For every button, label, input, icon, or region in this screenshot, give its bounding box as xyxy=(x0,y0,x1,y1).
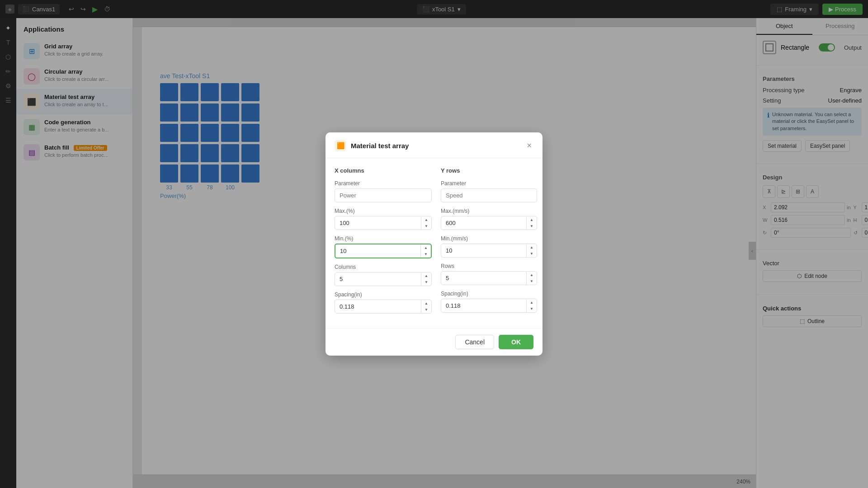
x-cols-up-button[interactable]: ▲ xyxy=(421,273,431,279)
modal-overlay: 🟧 Material test array × X columns Parame… xyxy=(0,0,868,488)
x-cols-input[interactable] xyxy=(335,272,421,286)
y-rows-col: Y rows Parameter Max.(mm/s) ▲ ▼ Min.(mm/… xyxy=(441,167,537,319)
x-max-spinner: ▲ ▼ xyxy=(335,216,432,230)
x-parameter-input[interactable] xyxy=(335,188,432,202)
y-rows-title: Y rows xyxy=(441,167,537,174)
modal-header: 🟧 Material test array × xyxy=(326,132,542,158)
y-spacing-spinner: ▲ ▼ xyxy=(441,299,537,313)
x-min-input[interactable] xyxy=(335,244,420,258)
x-max-down-button[interactable]: ▼ xyxy=(421,223,431,230)
y-parameter-label: Parameter xyxy=(441,180,537,187)
y-spacing-label: Spacing(in) xyxy=(441,291,537,297)
y-rows-up-button[interactable]: ▲ xyxy=(527,272,537,278)
x-min-spinner-btns: ▲ ▼ xyxy=(420,245,431,258)
x-max-spinner-btns: ▲ ▼ xyxy=(421,217,431,230)
y-max-spinner-btns: ▲ ▼ xyxy=(526,217,537,230)
y-max-up-button[interactable]: ▲ xyxy=(527,217,537,223)
x-cols-spinner: ▲ ▼ xyxy=(335,272,432,286)
y-rows-spinner-btns: ▲ ▼ xyxy=(526,272,537,285)
x-spacing-spinner: ▲ ▼ xyxy=(335,300,432,314)
y-max-spinner: ▲ ▼ xyxy=(441,216,537,230)
y-min-label: Min.(mm/s) xyxy=(441,235,537,242)
x-spacing-up-button[interactable]: ▲ xyxy=(421,300,431,307)
y-min-input[interactable] xyxy=(441,244,526,257)
x-min-spinner: ▲ ▼ xyxy=(335,244,432,258)
y-rows-down-button[interactable]: ▼ xyxy=(527,278,537,285)
x-spacing-input[interactable] xyxy=(335,300,421,313)
modal-columns: X columns Parameter Max.(%) ▲ ▼ Min.(%) xyxy=(335,167,533,319)
y-min-down-button[interactable]: ▼ xyxy=(527,251,537,257)
modal-body: X columns Parameter Max.(%) ▲ ▼ Min.(%) xyxy=(326,158,542,328)
x-max-input[interactable] xyxy=(335,216,421,230)
y-min-spinner-btns: ▲ ▼ xyxy=(526,244,537,257)
x-cols-spinner-btns: ▲ ▼ xyxy=(421,273,431,286)
modal-icon: 🟧 xyxy=(335,140,346,151)
y-rows-input[interactable] xyxy=(441,272,526,285)
x-parameter-label: Parameter xyxy=(335,180,432,187)
material-test-modal: 🟧 Material test array × X columns Parame… xyxy=(326,132,542,356)
x-spacing-down-button[interactable]: ▼ xyxy=(421,307,431,313)
y-max-label: Max.(mm/s) xyxy=(441,208,537,214)
y-spacing-down-button[interactable]: ▼ xyxy=(527,306,537,312)
x-columns-col: X columns Parameter Max.(%) ▲ ▼ Min.(%) xyxy=(335,167,432,319)
modal-close-button[interactable]: × xyxy=(525,141,533,150)
y-min-spinner: ▲ ▼ xyxy=(441,244,537,258)
x-min-label: Min.(%) xyxy=(335,235,432,242)
x-min-down-button[interactable]: ▼ xyxy=(421,251,431,258)
x-min-up-button[interactable]: ▲ xyxy=(421,245,431,251)
y-spacing-input[interactable] xyxy=(441,299,526,312)
x-max-label: Max.(%) xyxy=(335,208,432,214)
y-min-up-button[interactable]: ▲ xyxy=(527,244,537,251)
x-columns-title: X columns xyxy=(335,167,432,174)
modal-footer: Cancel OK xyxy=(326,328,542,356)
x-spacing-label: Spacing(in) xyxy=(335,291,432,298)
y-max-down-button[interactable]: ▼ xyxy=(527,223,537,230)
modal-title: Material test array xyxy=(351,142,520,150)
x-cols-label: Columns xyxy=(335,264,432,270)
x-max-up-button[interactable]: ▲ xyxy=(421,217,431,223)
y-max-input[interactable] xyxy=(441,216,526,230)
cancel-button[interactable]: Cancel xyxy=(455,335,494,349)
y-spacing-spinner-btns: ▲ ▼ xyxy=(526,300,537,312)
y-parameter-input[interactable] xyxy=(441,188,537,202)
ok-button[interactable]: OK xyxy=(499,335,533,349)
x-spacing-spinner-btns: ▲ ▼ xyxy=(421,300,431,313)
y-rows-spinner: ▲ ▼ xyxy=(441,271,537,285)
y-rows-label: Rows xyxy=(441,263,537,269)
x-cols-down-button[interactable]: ▼ xyxy=(421,279,431,286)
y-spacing-up-button[interactable]: ▲ xyxy=(527,300,537,306)
